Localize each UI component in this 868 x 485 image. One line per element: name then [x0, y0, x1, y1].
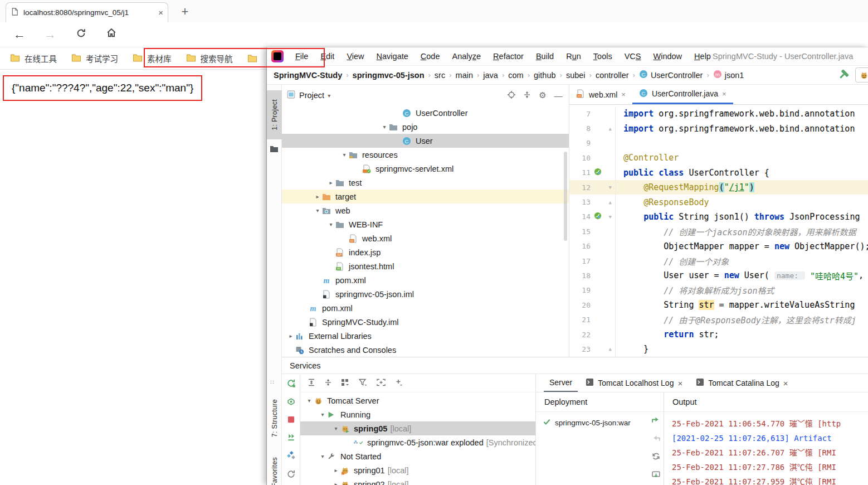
menu-vcs[interactable]: VCS [618, 52, 647, 61]
editor-tab[interactable]: CUserController.java× [632, 85, 733, 104]
breadcrumb-item[interactable]: controller [596, 71, 629, 80]
code-line[interactable]: 10@Controller [569, 151, 868, 165]
fold-up-icon[interactable]: ▲ [609, 200, 612, 205]
close-icon[interactable]: × [677, 379, 682, 388]
tool-button-favorites[interactable]: Favorites [267, 453, 282, 485]
menu-view[interactable]: View [340, 52, 370, 61]
group-by-icon[interactable] [340, 378, 350, 389]
add-icon[interactable] [394, 378, 404, 389]
bookmark-folder[interactable]: 素材库 [133, 52, 172, 64]
code-line[interactable]: 22 return str; [569, 327, 868, 342]
forward-button[interactable]: → [42, 27, 58, 43]
browser-tab[interactable]: localhost:8080/springmvc_05/j1 × [6, 2, 168, 22]
project-tree-item[interactable]: CUserController [282, 106, 569, 120]
add-service-frame-icon[interactable] [376, 378, 386, 389]
services-diamond-icon[interactable] [286, 451, 296, 462]
project-tree-item[interactable]: ▾pojo [282, 120, 569, 134]
menu-code[interactable]: Code [415, 52, 446, 61]
fold-up-icon[interactable]: ▲ [609, 346, 612, 352]
tab-close-icon[interactable]: × [158, 8, 163, 17]
breadcrumb-item[interactable]: subei [566, 71, 586, 80]
settings-gear-icon[interactable]: ⚙ [537, 90, 549, 100]
services-tree-item[interactable]: springmvc-05-json:war exploded[Synchroni… [300, 435, 535, 449]
project-tree-item[interactable]: ▾resources [282, 148, 569, 162]
menu-tools[interactable]: Tools [587, 52, 618, 61]
tool-button-project[interactable]: 1: Project [267, 90, 282, 139]
services-tree-item[interactable]: ▸spring02[local] [300, 477, 535, 485]
spring-bean-icon[interactable] [594, 168, 602, 178]
undeploy-icon[interactable] [651, 433, 661, 444]
project-tree-item[interactable]: ▸test [282, 176, 569, 190]
code-line[interactable]: 8▲import org.springframework.web.bind.an… [569, 121, 868, 135]
spring-bean-icon[interactable] [594, 212, 602, 222]
bookmark-folder[interactable] [247, 54, 257, 62]
code-line[interactable]: 20 String str = mapper.writeValueAsStrin… [569, 298, 868, 312]
menu-run[interactable]: Run [560, 52, 587, 61]
breadcrumb-item[interactable]: SpringMVC-Study [274, 71, 342, 80]
code-line[interactable]: 15 // 创建一个jackson的对象映射器，用来解析数据 [569, 224, 868, 239]
hide-panel-icon[interactable]: — [552, 91, 564, 100]
breadcrumb-item[interactable]: mjson1 [713, 70, 744, 80]
close-icon[interactable]: × [783, 379, 788, 388]
home-button[interactable] [103, 27, 120, 43]
chevron-down-icon[interactable]: ▾ [331, 425, 340, 431]
back-button[interactable]: ← [11, 27, 28, 43]
chevron-right-icon[interactable]: ▸ [286, 333, 295, 339]
breadcrumb-item[interactable]: main [456, 71, 473, 80]
breadcrumb-item[interactable]: com [508, 71, 523, 80]
editor-tab[interactable]: <>web.xml× [569, 85, 632, 104]
project-tree-item[interactable]: ▸target [282, 190, 569, 203]
chevron-right-icon[interactable]: ▸ [326, 180, 335, 186]
breadcrumb-item[interactable]: java [483, 71, 498, 80]
code-line[interactable]: 21 // 由于@ResponseBody注解，这里会将str转成j [569, 312, 868, 327]
stop-icon[interactable] [287, 415, 295, 425]
chevron-right-icon[interactable]: ▸ [313, 193, 322, 200]
bookmark-folder[interactable]: 在线工具 [10, 52, 57, 64]
chevron-right-icon[interactable]: ▸ [331, 481, 340, 485]
chevron-down-icon[interactable]: ▾ [340, 152, 349, 158]
reload-button[interactable] [72, 27, 89, 43]
filter-icon[interactable] [358, 378, 368, 389]
breadcrumb-item[interactable]: springmvc-05-json [353, 71, 425, 80]
chevron-down-icon[interactable]: ▾ [380, 124, 389, 130]
menu-build[interactable]: Build [530, 52, 560, 61]
services-panel-title[interactable]: Services [282, 357, 868, 374]
deployment-item[interactable]: springmvc-05-json:war [536, 412, 664, 428]
project-tree-item[interactable]: SpringMVC-Study.iml [282, 315, 569, 329]
collapse-all-icon[interactable] [521, 90, 533, 101]
build-hammer-icon[interactable] [837, 69, 850, 83]
chevron-down-icon[interactable]: ▾ [318, 453, 327, 459]
server-tab[interactable]: Server [544, 374, 578, 392]
code-line[interactable]: 11public class UserController { [569, 166, 868, 180]
project-tree-item[interactable]: <>web.xml [282, 231, 569, 245]
project-tree-item[interactable]: springmvc-05-json.iml [282, 287, 569, 301]
close-icon[interactable]: × [621, 90, 626, 99]
deploy-icon[interactable] [286, 433, 296, 444]
code-line[interactable]: 23▲ } [569, 342, 868, 356]
project-tree-item[interactable]: ▸External Libraries [282, 329, 569, 343]
update-application-icon[interactable] [286, 397, 296, 408]
close-icon[interactable]: × [722, 90, 726, 98]
refresh-icon[interactable] [286, 469, 296, 481]
chevron-down-icon[interactable]: ▾ [318, 411, 327, 418]
project-panel-title[interactable]: Project [299, 91, 324, 100]
chevron-down-icon[interactable]: ▾ [313, 207, 322, 214]
breadcrumb-item[interactable]: src [435, 71, 445, 80]
menu-analyze[interactable]: Analyze [446, 52, 487, 61]
deploy-artifact-icon[interactable] [651, 415, 661, 426]
chevron-down-icon[interactable]: ▾ [326, 221, 335, 227]
menu-window[interactable]: Window [647, 52, 689, 61]
project-tree-item[interactable]: Hjsontest.html [282, 259, 569, 273]
chevron-right-icon[interactable]: ▸ [331, 467, 340, 473]
fold-down-icon[interactable]: ▼ [609, 185, 612, 190]
code-line[interactable]: 13▲ @ResponseBody [569, 195, 868, 209]
project-tree-item[interactable]: ▾web [282, 203, 569, 217]
folder-tool-icon[interactable] [270, 145, 279, 154]
fold-down-icon[interactable]: ▼ [609, 214, 612, 220]
code-line[interactable]: 12▼ @RequestMapping("/j1") [569, 180, 868, 195]
code-line[interactable]: 18 User user = new User( name: "哇哈哈4号", [569, 268, 868, 283]
menu-navigate[interactable]: Navigate [370, 52, 415, 61]
project-tree-item[interactable]: ▾WEB-INF [282, 217, 569, 231]
collapse-all-icon[interactable] [324, 378, 333, 389]
project-tree-scrollbar[interactable] [564, 152, 567, 241]
